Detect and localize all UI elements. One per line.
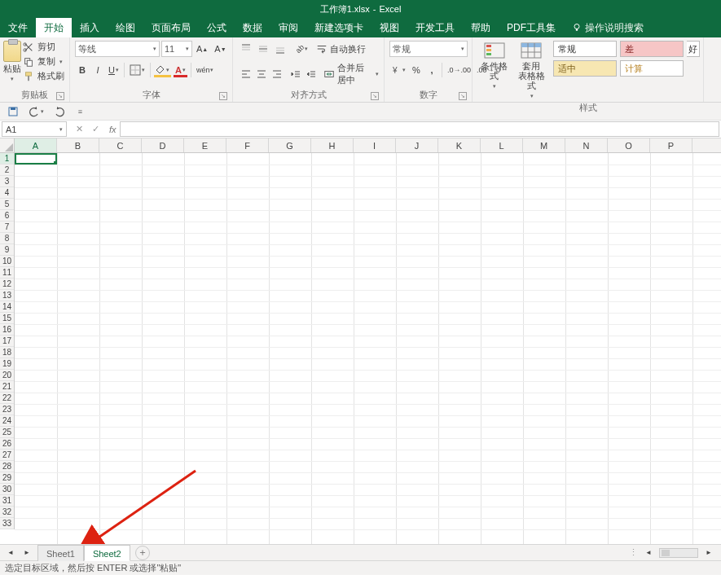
decrease-indent-button[interactable] [288,66,302,82]
underline-button[interactable]: U▾ [106,62,121,78]
paste-button[interactable]: 粘贴 ▾ [3,39,21,82]
row-header[interactable]: 31 [0,495,14,507]
row-header[interactable]: 9 [0,244,14,256]
hscroll-thumb[interactable] [662,550,670,556]
hscroll-left[interactable]: ◄ [641,545,656,561]
column-header[interactable]: B [57,138,99,152]
column-header[interactable]: K [438,138,481,152]
column-header[interactable]: G [269,138,311,152]
qat-undo-button[interactable]: ▾ [26,104,46,119]
tab-draw[interactable]: 绘图 [108,18,143,37]
row-header[interactable]: 21 [0,381,14,393]
cell-style-calc[interactable]: 计算 [620,60,684,77]
row-header[interactable]: 32 [0,507,14,518]
fill-color-button[interactable]: ▾ [153,62,172,78]
row-header[interactable]: 4 [0,187,14,199]
cancel-formula-button[interactable]: ✕ [72,122,86,137]
tab-insert[interactable]: 插入 [72,18,108,37]
borders-button[interactable]: ▾ [127,62,147,78]
cell-style-normal[interactable]: 常规 [553,41,617,57]
cells-area[interactable] [15,153,721,544]
column-header[interactable]: N [565,138,608,152]
tab-formulas[interactable]: 公式 [199,18,235,37]
align-left-button[interactable] [238,66,253,82]
row-header[interactable]: 16 [0,324,14,336]
clipboard-launcher[interactable]: ↘ [56,92,64,100]
enter-formula-button[interactable]: ✓ [88,122,103,137]
row-header[interactable]: 14 [0,301,14,313]
paste-dropdown-caret[interactable]: ▾ [11,76,14,82]
tab-file[interactable]: 文件 [0,18,36,37]
name-box[interactable]: A1▾ [2,121,67,137]
row-header[interactable]: 29 [0,472,14,484]
alignment-launcher[interactable]: ↘ [371,92,379,100]
column-header[interactable]: J [396,138,438,152]
decrease-font-button[interactable]: A▼ [212,41,228,57]
tab-home[interactable]: 开始 [36,18,72,37]
row-header[interactable]: 17 [0,336,14,347]
align-center-button[interactable] [253,66,268,82]
qat-customize-button[interactable]: ≡ [73,104,87,119]
align-middle-button[interactable] [255,41,271,57]
sheet-tab-sheet1[interactable]: Sheet1 [37,545,84,561]
wrap-text-button[interactable]: 自动换行 [316,43,366,55]
font-size-dropdown[interactable]: 11▾ [161,41,192,57]
row-header[interactable]: 19 [0,358,14,370]
font-launcher[interactable]: ↘ [219,92,227,100]
sheet-tab-sheet2[interactable]: Sheet2 [84,545,130,561]
row-header[interactable]: 5 [0,199,14,210]
cell-style-neutral[interactable]: 适中 [553,60,617,77]
orientation-button[interactable]: ab▾ [293,41,310,57]
new-sheet-button[interactable]: ＋ [135,546,150,560]
column-header[interactable]: P [650,138,692,152]
hscroll-track[interactable] [659,548,698,558]
font-color-button[interactable]: A▾ [173,62,188,78]
qat-redo-button[interactable] [51,104,68,119]
column-header[interactable]: M [523,138,565,152]
row-header[interactable]: 8 [0,233,14,244]
sheet-nav-next[interactable]: ► [20,546,34,559]
increase-decimal-button[interactable]: .0→.00 [445,62,473,78]
conditional-formatting-button[interactable]: 条件格式▾ [477,41,512,91]
column-header[interactable]: L [481,138,523,152]
formula-bar-input[interactable] [120,121,719,137]
row-header[interactable]: 12 [0,279,14,290]
cut-button[interactable]: 剪切 [23,41,64,53]
accounting-format-button[interactable]: ¥▾ [389,62,408,78]
percent-button[interactable]: % [409,62,424,78]
tab-page-layout[interactable]: 页面布局 [143,18,199,37]
format-painter-button[interactable]: 格式刷 [23,70,64,82]
tab-review[interactable]: 审阅 [270,18,306,37]
tell-me-search[interactable]: 操作说明搜索 [564,18,652,37]
number-format-dropdown[interactable]: 常规▾ [389,41,468,57]
font-family-dropdown[interactable]: 等线▾ [75,41,160,57]
row-header[interactable]: 20 [0,370,14,381]
row-header[interactable]: 18 [0,347,14,358]
row-header[interactable]: 15 [0,313,14,324]
row-header[interactable]: 13 [0,290,14,301]
merge-center-button[interactable]: 合并后居中▾ [323,62,379,86]
tab-view[interactable]: 视图 [371,18,407,37]
row-header[interactable]: 25 [0,427,14,438]
column-header[interactable]: A [15,138,57,152]
cell-style-bad[interactable]: 差 [620,41,684,57]
sheet-nav-prev[interactable]: ◄ [3,546,18,559]
copy-button[interactable]: 复制▾ [23,55,64,68]
increase-font-button[interactable]: A▲ [194,41,210,57]
row-header[interactable]: 6 [0,210,14,222]
row-header[interactable]: 7 [0,222,14,233]
comma-button[interactable]: , [424,62,439,78]
row-header[interactable]: 11 [0,267,14,279]
column-header[interactable]: O [608,138,650,152]
tab-help[interactable]: 帮助 [463,18,499,37]
fx-icon[interactable]: fx [106,121,120,138]
split-handle-icon[interactable]: ⋮ [629,547,638,558]
tab-newtab[interactable]: 新建选项卡 [306,18,371,37]
row-header[interactable]: 22 [0,393,14,404]
align-right-button[interactable] [269,66,284,82]
tab-dev[interactable]: 开发工具 [407,18,463,37]
align-bottom-button[interactable] [272,41,288,57]
worksheet-grid[interactable]: ABCDEFGHIJKLMNOP 12345678910111213141516… [0,138,721,544]
row-header[interactable]: 24 [0,415,14,427]
row-header[interactable]: 10 [0,256,14,267]
